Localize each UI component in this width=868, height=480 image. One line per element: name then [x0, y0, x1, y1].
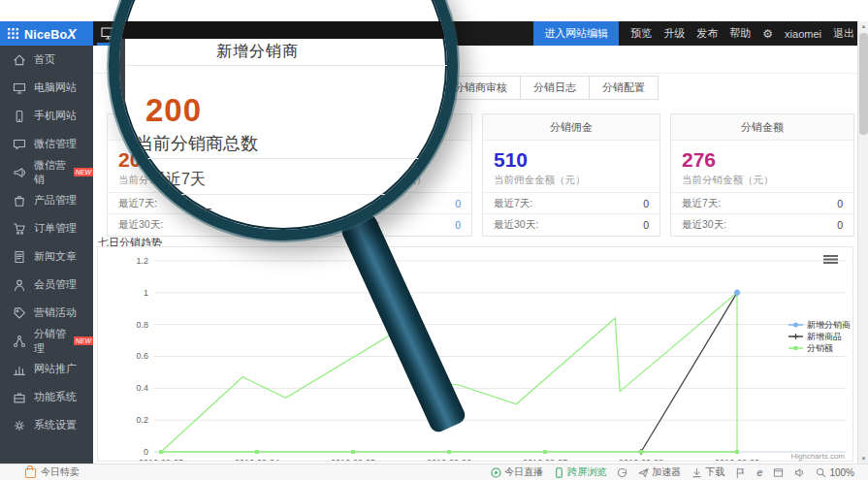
sidebar-item-1[interactable]: 首页 [0, 46, 93, 74]
sidebar-item-8[interactable]: 新闻文章 [0, 242, 93, 271]
sidebar-item-11[interactable]: 分销管理NEW [0, 327, 93, 355]
card-row: 最近30天:0 [671, 213, 853, 235]
ie-icon: e [756, 467, 762, 478]
legend-marker [793, 334, 799, 339]
y-axis-tick: 0.2 [136, 415, 148, 425]
divider [125, 194, 447, 195]
status-item-phone-green[interactable]: 跨屏浏览 [554, 465, 606, 479]
card-row-label: 最近7天: [682, 197, 721, 210]
briefcase-icon [13, 391, 26, 404]
legend-label[interactable]: 分销额 [807, 343, 833, 353]
sidebar-item-label: 订单管理 [34, 221, 77, 236]
preview-link[interactable]: 预览 [630, 26, 652, 41]
play-circle-icon [491, 467, 501, 478]
phone-green-icon [554, 467, 564, 478]
card-row: 最近30天:0 [483, 213, 659, 235]
scroll-down-arrow[interactable]: ▼ [858, 454, 868, 464]
magnified-row-7days: 最近7天 [150, 170, 206, 190]
card-row-label: 最近30天: [494, 218, 538, 232]
sidebar-item-12[interactable]: 网站推广 [0, 355, 93, 383]
window-icon [773, 467, 784, 478]
status-item-flag[interactable] [735, 467, 746, 478]
status-item-window[interactable] [773, 467, 784, 478]
megaphone-icon [13, 166, 26, 179]
upgrade-link[interactable]: 升级 [663, 26, 685, 41]
status-item-label: 跨屏浏览 [567, 465, 606, 479]
legend-marker [794, 346, 798, 350]
y-axis-tick: 0.6 [136, 351, 148, 361]
highcharts-credit[interactable]: Highcharts.com [790, 452, 845, 461]
card-row-value[interactable]: 0 [643, 198, 649, 209]
bars-icon [13, 363, 26, 376]
status-item-ie[interactable]: e [756, 467, 762, 478]
username[interactable]: xiaomei [785, 28, 821, 40]
help-link[interactable]: 帮助 [729, 26, 751, 41]
status-item-download[interactable]: 下载 [691, 465, 724, 479]
status-item-speaker[interactable] [794, 467, 805, 478]
scroll-up-arrow[interactable]: ▲ [858, 21, 868, 31]
y-axis-tick: 0 [144, 447, 148, 457]
square-marker [639, 450, 643, 454]
sidebar-nav: 首页电脑网站手机网站微信管理微信营销NEW产品管理订单管理新闻文章会员管理营销活… [0, 46, 93, 464]
app-logo[interactable]: NiceBoX [0, 21, 93, 46]
chart-menu-icon[interactable] [823, 259, 838, 261]
sidebar-item-7[interactable]: 订单管理 [0, 214, 93, 242]
status-item-label: 下载 [705, 465, 724, 479]
square-marker [447, 450, 451, 454]
card-title: 分销金额 [671, 114, 853, 141]
share-icon [13, 335, 26, 348]
cart-icon [13, 222, 26, 236]
legend-label[interactable]: 新增商品 [807, 332, 842, 341]
card-row-value[interactable]: 0 [455, 198, 461, 209]
logo-text: NiceBoX [24, 26, 77, 42]
series-new-products-line [641, 293, 737, 452]
x-axis-label: 2016-09-09 [715, 458, 759, 461]
status-item-label: 今日直播 [504, 465, 543, 479]
sidebar-item-13[interactable]: 功能系统 [0, 383, 93, 411]
card-row-label: 最近7天: [118, 197, 157, 210]
card-row-value[interactable]: 0 [643, 219, 649, 231]
vertical-scrollbar[interactable]: ▲ ▼ [857, 21, 868, 464]
status-item-swirl[interactable] [617, 467, 627, 478]
x-axis-label: 2016-09-04 [235, 458, 279, 461]
new-badge: NEW [74, 336, 93, 345]
doc-icon [13, 250, 26, 264]
sidebar-item-3[interactable]: 手机网站 [0, 102, 93, 130]
x-axis-label: 2016-09-05 [331, 458, 375, 461]
status-item-zoom[interactable]: 100% [816, 467, 854, 478]
logout-link[interactable]: 退出 [833, 26, 854, 41]
tab-4[interactable]: 分销日志 [520, 76, 590, 100]
publish-link[interactable]: 发布 [696, 26, 718, 41]
magnified-card-title: 新增分销商 [216, 42, 299, 62]
download-icon [691, 467, 702, 478]
status-item-play-circle[interactable]: 今日直播 [491, 465, 543, 479]
sidebar-item-5[interactable]: 微信营销NEW [0, 158, 93, 186]
mobile-icon [13, 110, 26, 123]
sidebar-item-9[interactable]: 会员管理 [0, 271, 93, 299]
chart-menu-icon[interactable] [823, 255, 838, 257]
square-marker [159, 450, 163, 454]
legend-label[interactable]: 新增分销商 [807, 320, 851, 330]
sidebar-item-14[interactable]: 系统设置 [0, 411, 93, 439]
sidebar-item-4[interactable]: 微信管理 [0, 130, 93, 158]
chart-menu-icon[interactable] [823, 262, 838, 264]
y-axis-tick: 1.2 [136, 256, 148, 266]
bag-icon [13, 194, 26, 208]
square-marker [351, 450, 355, 454]
status-today-sale[interactable]: 今日特卖 [25, 465, 80, 479]
settings-gear-icon[interactable]: ⚙ [762, 27, 773, 41]
card-row-value[interactable]: 0 [837, 219, 843, 231]
sidebar-item-6[interactable]: 产品管理 [0, 186, 93, 214]
card-row-value[interactable]: 0 [837, 198, 843, 209]
magnified-card-caption: 当前分销商总数 [136, 132, 258, 155]
status-item-label: 加速器 [652, 465, 681, 479]
sidebar-item-10[interactable]: 营销活动 [0, 299, 93, 327]
sidebar-item-2[interactable]: 电脑网站 [0, 74, 93, 102]
card-row-value[interactable]: 0 [455, 219, 461, 231]
tab-5[interactable]: 分销配置 [589, 76, 659, 100]
scrollbar-thumb[interactable] [859, 33, 868, 135]
legend-marker [793, 323, 798, 328]
summary-card-4: 分销金额276当前分销金额（元）最近7天:0最近30天:0 [670, 113, 854, 237]
enter-site-edit-button[interactable]: 进入网站编辑 [533, 21, 619, 46]
status-item-rocket[interactable]: 加速器 [638, 465, 681, 479]
